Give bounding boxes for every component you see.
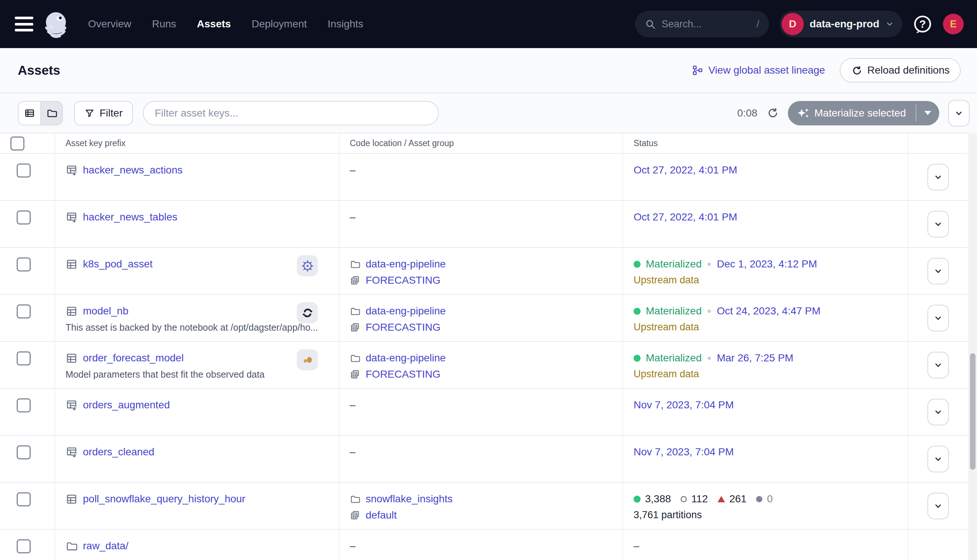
row-checkbox[interactable]: [17, 257, 31, 272]
row-expand-button[interactable]: [927, 352, 949, 378]
row-checkbox[interactable]: [17, 304, 31, 318]
row-checkbox[interactable]: [17, 352, 31, 365]
menu-button[interactable]: [15, 16, 34, 32]
row-expand-button[interactable]: [927, 164, 949, 190]
row-expand-button[interactable]: [927, 399, 949, 425]
asset-description: Model parameters that best fit the obser…: [65, 369, 328, 380]
search-input[interactable]: Search... /: [635, 11, 769, 37]
materialized-dot-icon: [634, 261, 641, 268]
folder-icon: [46, 108, 57, 119]
upstream-data-label: Upstream data: [634, 322, 908, 333]
reload-definitions-button[interactable]: Reload definitions: [840, 58, 961, 82]
nav-item-assets[interactable]: Assets: [197, 18, 231, 30]
column-header-code-location: Code location / Asset group: [339, 133, 623, 153]
asset-group-link[interactable]: FORECASTING: [366, 275, 440, 286]
toggle-groups-button[interactable]: [948, 100, 970, 127]
primary-nav: OverviewRunsAssetsDeploymentInsights: [88, 18, 363, 30]
table-arrow-icon: [65, 211, 78, 223]
scrollbar-thumb[interactable]: [970, 353, 975, 470]
kubernetes-badge-icon: [297, 255, 318, 276]
chevron-down-icon: [933, 407, 943, 417]
materialization-date-link[interactable]: Mar 26, 7:25 PM: [717, 352, 793, 364]
materialization-date-link[interactable]: Nov 7, 2023, 7:04 PM: [634, 446, 734, 458]
row-checkbox[interactable]: [17, 445, 31, 459]
row-expand-button[interactable]: [927, 446, 949, 472]
hamburger-icon: [15, 17, 33, 19]
asset-group-link[interactable]: FORECASTING: [366, 322, 440, 333]
chevron-down-icon: [933, 172, 943, 182]
empty-value: –: [634, 539, 908, 553]
search-icon: [645, 18, 656, 30]
row-checkbox[interactable]: [17, 398, 31, 412]
materialized-label: Materialized: [646, 305, 701, 317]
view-mode-toggle: [18, 101, 63, 125]
table-row: hacker_news_tables – Oct 27, 2022, 4:01 …: [0, 201, 968, 248]
row-expand-button[interactable]: [927, 493, 949, 519]
materialization-date-link[interactable]: Oct 27, 2022, 4:01 PM: [634, 164, 737, 176]
sparkles-icon: [797, 107, 809, 120]
nav-item-overview[interactable]: Overview: [88, 18, 131, 30]
filter-asset-keys-input[interactable]: [143, 101, 439, 125]
asset-key-link[interactable]: k8s_pod_asset: [83, 258, 152, 270]
asset-key-link[interactable]: order_forecast_model: [83, 352, 184, 364]
caret-down-icon: [924, 111, 931, 115]
user-avatar[interactable]: E: [943, 14, 964, 34]
materialize-selected-button[interactable]: Materialize selected: [788, 101, 939, 125]
table-row: orders_augmented – Nov 7, 2023, 7:04 PM: [0, 389, 968, 436]
refresh-countdown: 0:08: [737, 107, 758, 119]
scrollbar-track[interactable]: [969, 133, 977, 560]
materialization-date-link[interactable]: Oct 27, 2022, 4:01 PM: [634, 211, 737, 223]
select-all-checkbox[interactable]: [10, 137, 24, 150]
asset-key-link[interactable]: hacker_news_tables: [83, 211, 177, 223]
funnel-icon: [84, 108, 95, 118]
nav-item-insights[interactable]: Insights: [327, 18, 363, 30]
materialization-date-link[interactable]: Dec 1, 2023, 4:12 PM: [717, 258, 817, 270]
nav-item-runs[interactable]: Runs: [152, 18, 176, 30]
code-location-link[interactable]: data-eng-pipeline: [366, 305, 446, 317]
chevron-down-icon: [933, 313, 943, 323]
nav-item-deployment[interactable]: Deployment: [252, 18, 307, 30]
materialization-date-link[interactable]: Nov 7, 2023, 7:04 PM: [634, 399, 734, 411]
row-checkbox[interactable]: [17, 163, 31, 178]
upstream-data-label: Upstream data: [634, 275, 908, 286]
help-button[interactable]: ?: [913, 14, 933, 34]
asset-key-link[interactable]: raw_data/: [83, 540, 129, 552]
row-expand-button[interactable]: [927, 258, 949, 285]
code-location-link[interactable]: data-eng-pipeline: [366, 258, 446, 270]
asset-key-link[interactable]: orders_augmented: [83, 399, 170, 411]
asset-key-link[interactable]: hacker_news_actions: [83, 164, 182, 176]
table-icon: [65, 352, 78, 364]
table-row: poll_snowflake_query_history_hour snowfl…: [0, 483, 968, 530]
partition-counts: 3,3881122610: [634, 492, 908, 506]
asset-key-link[interactable]: poll_snowflake_query_history_hour: [83, 493, 246, 505]
materialization-date-link[interactable]: Oct 24, 2023, 4:47 PM: [717, 305, 820, 317]
octopus-icon: [41, 9, 71, 39]
row-checkbox[interactable]: [17, 539, 31, 553]
materialize-dropdown-button[interactable]: [916, 101, 939, 125]
list-view-button[interactable]: [18, 102, 40, 125]
row-expand-button[interactable]: [927, 305, 949, 332]
separator-dot-icon: [708, 310, 711, 313]
materialized-dot-icon: [634, 496, 641, 503]
empty-value: –: [350, 398, 623, 412]
row-checkbox[interactable]: [17, 210, 31, 225]
workspace-switcher[interactable]: D data-eng-prod: [779, 11, 902, 37]
asset-group-link[interactable]: FORECASTING: [366, 368, 440, 380]
asset-key-link[interactable]: orders_cleaned: [83, 446, 154, 458]
materialized-dot-icon: [634, 308, 641, 315]
partition-count-value: 3,388: [645, 493, 671, 505]
asset-key-link[interactable]: model_nb: [83, 305, 129, 317]
code-location-link[interactable]: data-eng-pipeline: [366, 352, 446, 364]
refresh-button[interactable]: [766, 107, 779, 120]
code-location-link[interactable]: snowflake_insights: [366, 493, 453, 505]
folder-view-button[interactable]: [40, 102, 62, 125]
filter-button[interactable]: Filter: [74, 101, 133, 125]
partition-count: 3,388: [634, 493, 671, 505]
folder-icon: [350, 259, 361, 270]
svg-text:?: ?: [919, 18, 926, 30]
row-checkbox[interactable]: [17, 492, 31, 507]
row-expand-button[interactable]: [927, 211, 949, 237]
asset-group-link[interactable]: default: [366, 509, 397, 521]
view-global-asset-lineage-link[interactable]: View global asset lineage: [692, 64, 825, 76]
chevron-down-icon: [933, 501, 943, 511]
